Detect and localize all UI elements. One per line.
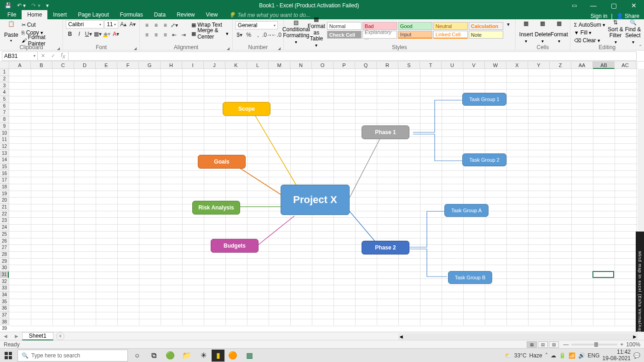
- horizontal-scrollbar[interactable]: ◄►: [398, 334, 638, 340]
- percent-icon[interactable]: %: [245, 31, 253, 39]
- indent-dec-icon[interactable]: ⇤: [170, 31, 178, 39]
- conditional-formatting-button[interactable]: ▤Conditional Formatting▾: [287, 20, 306, 44]
- shape-scope[interactable]: Scope: [223, 102, 270, 116]
- volume-icon[interactable]: 🔊: [578, 352, 585, 359]
- excel-icon[interactable]: ▩: [241, 349, 258, 362]
- styles-more-icon[interactable]: ▾: [504, 20, 512, 28]
- tab-home[interactable]: Home: [22, 10, 47, 19]
- tab-pagelayout[interactable]: Page Layout: [72, 10, 114, 19]
- language-indicator[interactable]: ENG: [588, 352, 600, 359]
- cortana-icon[interactable]: ○: [129, 349, 145, 362]
- shrink-font-icon[interactable]: A▾: [128, 20, 137, 28]
- display-options-icon[interactable]: ▭: [565, 2, 583, 9]
- fill-color-button[interactable]: ◆▾: [103, 30, 111, 38]
- style-calculation[interactable]: Calculation: [469, 22, 503, 30]
- inc-decimal-icon[interactable]: .0→: [263, 31, 271, 39]
- style-note[interactable]: Note: [469, 31, 503, 39]
- view-pagebreak-icon[interactable]: ▧: [549, 341, 559, 348]
- shape-goals[interactable]: Goals: [198, 155, 246, 169]
- column-headers[interactable]: ABCDEFGHIJKLMNOPQRSTUVWXYZAAABAC: [9, 62, 638, 69]
- italic-button[interactable]: I: [75, 30, 83, 38]
- formula-input[interactable]: [69, 51, 637, 61]
- cancel-fx-icon[interactable]: ✕: [38, 53, 48, 59]
- style-bad[interactable]: Bad: [362, 22, 397, 30]
- sheet-tab-1[interactable]: Sheet1: [22, 332, 53, 340]
- row-headers[interactable]: 1234567891011121314151617181920212223242…: [0, 69, 9, 325]
- insert-cells-button[interactable]: ▦Insert▾: [518, 20, 534, 44]
- notifications-icon[interactable]: 💬: [633, 352, 640, 359]
- wifi-icon[interactable]: 📶: [569, 352, 575, 359]
- sheet-nav-next[interactable]: ►: [11, 333, 22, 339]
- tab-file[interactable]: File: [2, 10, 22, 19]
- align-left-icon[interactable]: ≡: [143, 31, 151, 39]
- style-linked[interactable]: Linked Cell: [433, 31, 468, 39]
- view-normal-icon[interactable]: ▦: [527, 341, 537, 348]
- zoom-level[interactable]: 100%: [626, 341, 640, 348]
- start-button[interactable]: [0, 349, 17, 362]
- slack-icon[interactable]: ✳: [195, 349, 212, 362]
- cells-area[interactable]: Project X Scope Goals Risk Analysis Budg…: [9, 69, 638, 325]
- redo-icon[interactable]: ↷ ▾: [29, 1, 42, 10]
- select-all-corner[interactable]: [0, 62, 9, 69]
- qat-customize-icon[interactable]: ▾: [44, 1, 51, 10]
- save-icon[interactable]: 💾: [3, 1, 13, 10]
- paste-button[interactable]: 📋 Paste▾: [3, 20, 20, 44]
- align-top-icon[interactable]: ≡: [143, 21, 151, 29]
- style-explanatory[interactable]: Explanatory ...: [362, 31, 397, 39]
- sort-filter-button[interactable]: ⇅Sort & Filter▾: [607, 20, 624, 44]
- tab-data[interactable]: Data: [149, 10, 171, 19]
- tab-insert[interactable]: Insert: [47, 10, 72, 19]
- app-icon[interactable]: 🟠: [224, 349, 241, 362]
- shape-risk[interactable]: Risk Analysis: [192, 201, 240, 215]
- format-cells-button[interactable]: ▦Format▾: [552, 20, 567, 44]
- shape-budgets[interactable]: Budgets: [211, 239, 259, 253]
- style-checkcell[interactable]: Check Cell: [327, 31, 362, 39]
- close-button[interactable]: ✕: [624, 0, 644, 11]
- orientation-icon[interactable]: ⤢▾: [170, 21, 178, 29]
- maximize-button[interactable]: ▢: [604, 0, 624, 11]
- minimize-button[interactable]: —: [583, 0, 604, 11]
- shape-tgB[interactable]: Task Group B: [448, 271, 492, 284]
- number-format[interactable]: General▾: [236, 21, 278, 29]
- merge-center-button[interactable]: ▦ Merge & Center ▾: [190, 30, 230, 37]
- view-pagelayout-icon[interactable]: ▤: [538, 341, 548, 348]
- align-bottom-icon[interactable]: ≡: [161, 21, 169, 29]
- style-normal[interactable]: Normal: [327, 22, 362, 30]
- format-painter-button[interactable]: 🖌 Format Painter: [21, 37, 60, 44]
- grow-font-icon[interactable]: A▴: [119, 20, 127, 28]
- shape-tg2[interactable]: Task Group 2: [462, 153, 506, 166]
- clear-button[interactable]: ⌫ Clear ▾: [573, 37, 606, 44]
- align-center-icon[interactable]: ≡: [152, 31, 160, 39]
- name-box[interactable]: AB31▾: [2, 51, 38, 61]
- explorer-icon[interactable]: 📁: [178, 349, 195, 362]
- align-right-icon[interactable]: ≡: [161, 31, 169, 39]
- font-name[interactable]: Calibri▾: [66, 20, 104, 28]
- taskbar-search[interactable]: 🔍Type here to search: [17, 350, 128, 362]
- worksheet-grid[interactable]: ABCDEFGHIJKLMNOPQRSTUVWXYZAAABAC 1234567…: [0, 62, 644, 332]
- shape-tgA[interactable]: Task Group A: [444, 204, 489, 217]
- undo-icon[interactable]: ↶ ▾: [15, 1, 28, 10]
- onedrive-icon[interactable]: ☁: [551, 352, 556, 359]
- currency-icon[interactable]: $▾: [236, 31, 244, 39]
- fx-icon[interactable]: fx: [58, 52, 68, 60]
- dec-decimal-icon[interactable]: ←.0: [272, 31, 281, 39]
- style-neutral[interactable]: Neutral: [433, 22, 468, 30]
- shape-phase2[interactable]: Phase 2: [362, 241, 409, 255]
- indent-inc-icon[interactable]: ⇥: [179, 31, 188, 39]
- enter-fx-icon[interactable]: ✓: [48, 53, 58, 59]
- collapse-ribbon-icon[interactable]: ⌃: [638, 44, 642, 49]
- sign-in[interactable]: Sign in: [591, 13, 608, 19]
- tab-review[interactable]: Review: [171, 10, 200, 19]
- cut-button[interactable]: ✂ Cut: [21, 21, 60, 28]
- style-good[interactable]: Good: [398, 22, 432, 30]
- screen-recorder-overlay[interactable]: Mind map in excel (Esha Verma/Aug) 02:01: [636, 232, 644, 332]
- battery-icon[interactable]: 🔋: [559, 352, 566, 359]
- font-color-button[interactable]: A▾: [112, 30, 120, 38]
- shape-phase1[interactable]: Phase 1: [362, 125, 409, 139]
- fill-button[interactable]: ▼ Fill ▾: [573, 29, 606, 36]
- chrome-icon[interactable]: 🟢: [162, 349, 178, 362]
- underline-button[interactable]: U▾: [84, 30, 92, 38]
- taskbar-clock[interactable]: 11:4219-08-2021: [603, 349, 631, 361]
- zoom-out-icon[interactable]: —: [563, 341, 569, 348]
- style-input[interactable]: Input: [398, 31, 432, 39]
